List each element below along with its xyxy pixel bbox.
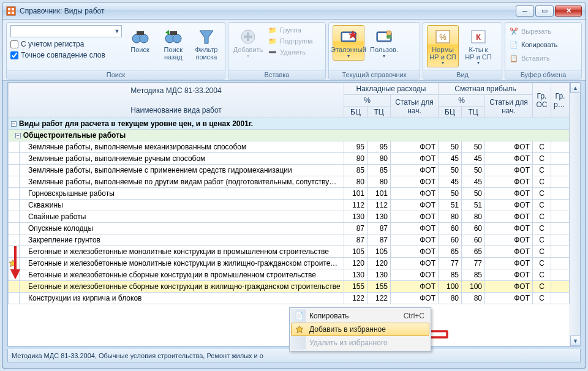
ribbon-group-title: Текущий справочник (329, 70, 420, 80)
table-row[interactable]: Скважины112112ФОТ5151ФОТС (9, 200, 570, 211)
svg-point-21 (386, 31, 391, 36)
funnel-icon (197, 27, 216, 47)
table-row[interactable]: Бетонные и железобетонные монолитные кон… (9, 258, 570, 269)
copy-icon: 📄 (509, 40, 519, 50)
work-name-cell[interactable]: Земляные работы, выполняемые с применени… (20, 165, 344, 176)
copy-icon: 📄 (293, 312, 304, 320)
work-name-cell[interactable]: Бетонные и железобетонные монолитные кон… (20, 246, 344, 258)
ctx-add-favorite[interactable]: Добавить в избранное (291, 323, 429, 336)
copy-item[interactable]: 📄Копировать (509, 40, 557, 50)
svg-rect-10 (170, 31, 177, 35)
checkbox-icon[interactable] (10, 51, 18, 59)
work-name-cell[interactable]: Бетонные и железобетонные сборные констр… (20, 281, 344, 293)
work-name-cell[interactable]: Земляные работы, выполняемые по другим в… (20, 176, 344, 188)
folder-icon: 📁 (268, 25, 277, 35)
table-row[interactable]: Горновскрышные работы101101ФОТ5050ФОТС (9, 188, 570, 200)
svg-rect-15 (244, 36, 252, 38)
norms-button[interactable]: % Нормы НР и СП ▾ (427, 25, 459, 67)
col-gr-res: Гр. рес. (551, 83, 570, 118)
svg-marker-12 (200, 31, 213, 43)
table-row[interactable]: Земляные работы, выполняемые механизиров… (9, 141, 570, 153)
coeffs-button[interactable]: К К-ты к НР и СП ▾ (462, 25, 494, 67)
table-row[interactable]: Закрепление грунтов8787ФОТ6060ФОТС (9, 234, 570, 246)
search-button[interactable]: Поиск (126, 25, 155, 56)
search-input[interactable]: ▼ (10, 25, 122, 37)
table-row[interactable]: Земляные работы, выполняемые по другим в… (9, 176, 570, 188)
search-filter-button[interactable]: Фильтр поиска (192, 25, 221, 62)
add-button: Добавить ▾ (232, 25, 264, 61)
cut-item: ✂️Вырезать (509, 26, 557, 36)
svg-text:%: % (439, 32, 447, 42)
table-row[interactable]: Конструкции из кирпича и блоков122122ФОТ… (9, 293, 570, 304)
ctx-remove-favorite: Удалить из избранного (291, 336, 429, 350)
ribbon-group-current: Эталонный ▾ Пользов. ▾ Текущий справочни… (328, 22, 420, 80)
reference-directory-button[interactable]: Эталонный ▾ (333, 25, 364, 61)
chk-case-sensitive[interactable]: С учетом регистра (10, 40, 122, 48)
table-row[interactable]: Бетонные и железобетонные сборные констр… (9, 269, 570, 281)
work-name-cell[interactable]: Бетонные и железобетонные сборные констр… (20, 269, 344, 281)
work-name-cell[interactable]: Опускные колодцы (20, 223, 344, 234)
ribbon-group-search: ▼ С учетом регистра Точное совпадение сл… (6, 22, 225, 80)
work-name-cell[interactable]: Закрепление грунтов (20, 234, 344, 246)
work-name-cell[interactable]: Горновскрышные работы (20, 188, 344, 200)
maximize-button[interactable]: ▭ (535, 6, 554, 17)
table-row[interactable]: Бетонные и железобетонные монолитные кон… (9, 246, 570, 258)
svg-text:К: К (476, 32, 481, 42)
work-name-cell[interactable]: Бетонные и железобетонные монолитные кон… (20, 258, 344, 269)
data-grid[interactable]: Методика МДС 81-33.2004 Наименование вид… (8, 83, 570, 304)
svg-marker-11 (165, 30, 169, 35)
collapse-icon[interactable]: − (11, 121, 17, 127)
svg-marker-28 (296, 326, 303, 333)
ribbon-group-clipboard: ✂️Вырезать 📄Копировать 📋Вставить Буфер о… (505, 22, 582, 80)
collapse-icon[interactable]: − (15, 133, 21, 138)
binoculars-icon (130, 27, 150, 47)
search-back-button[interactable]: Поиск назад (159, 25, 188, 62)
work-name-cell[interactable]: Конструкции из кирпича и блоков (20, 293, 344, 304)
insert-subgroup-item: 📁Подгруппа (268, 36, 313, 46)
work-name-cell[interactable]: Земляные работы, выполняемые механизиров… (20, 141, 344, 153)
binoculars-back-icon (164, 27, 183, 47)
group-row[interactable]: −Виды работ для расчета в текущем уровне… (9, 118, 570, 130)
star-icon (294, 325, 305, 334)
table-row[interactable]: Свайные работы130130ФОТ8080ФОТС (9, 211, 570, 223)
chevron-down-icon: ▼ (115, 28, 120, 34)
col-profit: Сметная прибыль (439, 83, 533, 95)
titlebar: Справочник: Виды работ ─ ▭ ✕ (2, 2, 586, 20)
close-button[interactable]: ✕ (555, 6, 582, 17)
app-icon (6, 6, 16, 16)
user-directory-button[interactable]: Пользов. ▾ (368, 25, 400, 61)
table-row[interactable]: Бетонные и железобетонные сборные констр… (9, 281, 570, 293)
minus-icon: ➖ (268, 47, 277, 57)
minimize-button[interactable]: ─ (516, 6, 534, 17)
work-name-cell[interactable]: Скважины (20, 200, 344, 211)
window-title: Справочник: Виды работ (20, 7, 104, 15)
svg-marker-27 (9, 260, 17, 267)
checkbox-icon[interactable] (10, 40, 18, 48)
svg-point-9 (173, 34, 181, 43)
work-name-cell[interactable]: Земляные работы, выполняемые ручным спос… (20, 153, 344, 165)
star-icon (9, 259, 19, 268)
paste-item: 📋Вставить (509, 53, 557, 63)
chk-exact-match[interactable]: Точное совпадение слов (10, 51, 122, 59)
col-overhead: Накладные расходы (344, 83, 438, 95)
work-name-cell[interactable]: Свайные работы (20, 211, 344, 223)
svg-rect-22 (386, 35, 391, 39)
book-star-icon (339, 27, 358, 47)
delete-item: ➖Удалить (268, 47, 313, 57)
scroll-up-button[interactable]: ▲ (570, 83, 581, 93)
subgroup-row[interactable]: −Общестроительные работы (9, 130, 570, 141)
book-user-icon (374, 27, 394, 47)
table-row[interactable]: Земляные работы, выполняемые ручным спос… (9, 153, 570, 165)
ctx-copy[interactable]: 📄 Копировать Ctrl+C (291, 309, 429, 323)
vertical-scrollbar[interactable]: ▲ ▼ (570, 83, 580, 346)
clipboard-icon: 📋 (509, 53, 519, 63)
table-row[interactable]: Опускные колодцы8787ФОТ6060ФОТС (9, 223, 570, 234)
insert-group-item: 📁Группа (268, 25, 313, 35)
scroll-down-button[interactable]: ▼ (570, 335, 581, 346)
table-row[interactable]: Земляные работы, выполняемые с применени… (9, 165, 570, 176)
svg-rect-4 (12, 12, 14, 14)
ribbon-group-title: Поиск (7, 70, 225, 80)
ribbon-group-insert: Добавить ▾ 📁Группа 📁Подгруппа ➖Удалить В… (228, 22, 326, 80)
scissors-icon: ✂️ (509, 26, 519, 36)
ribbon-group-title: Буфер обмена (505, 70, 581, 80)
